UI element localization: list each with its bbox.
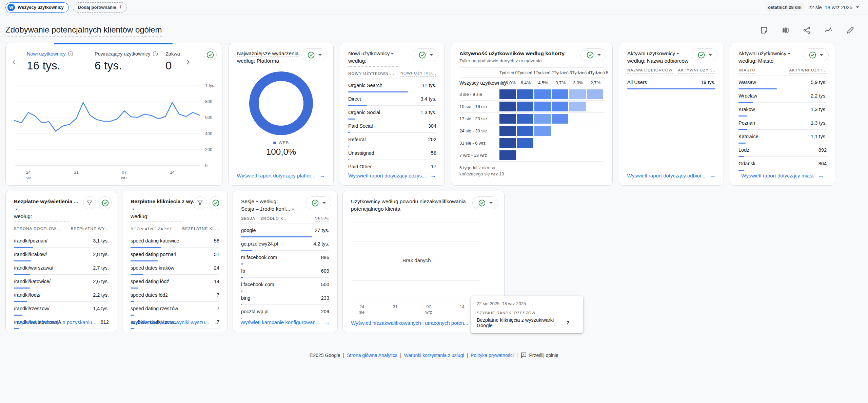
filter-button[interactable] [83,196,96,209]
cohort-row[interactable]: 31 sie - 6 wrz [459,137,604,149]
terms-link[interactable]: Warunki korzystania z usługi [404,353,464,358]
check-circle-button[interactable] [209,196,222,209]
table-row[interactable]: fb609 [241,268,329,278]
cohort-row[interactable]: 3 sie - 9 sie [459,88,604,101]
chart-status-control[interactable] [413,48,438,61]
view-audiences-report-link[interactable]: Wyświetl raport dotyczący odbior...→ [627,172,715,179]
chart-status-control[interactable] [580,48,606,61]
cohort-row[interactable]: 7 wrz - 13 wrz [459,149,604,162]
cohort-cell[interactable] [534,102,551,111]
comparison-icon[interactable] [781,26,790,36]
privacy-link[interactable]: Polityka prywatności [471,353,514,358]
table-row[interactable]: Katowice1,1 tys. [738,134,827,144]
metric-new-users[interactable]: Nowi użytkownicy ? 16 tys. [18,51,86,72]
table-row[interactable]: /randki/krakow/2,8 tys. [14,252,109,261]
check-circle-button[interactable] [99,196,112,209]
view-cities-report-link[interactable]: Wyświetl raport dotyczący miast→ [738,172,827,179]
cohort-cell[interactable] [499,89,516,99]
table-row[interactable]: Gdansk864 [738,161,827,171]
cohort-cell[interactable] [517,114,534,124]
platform-donut-chart[interactable] [249,71,313,135]
table-row[interactable]: Lodz892 [738,147,827,157]
cohort-cell[interactable] [517,102,534,111]
cohort-cell[interactable] [569,102,586,111]
view-campaigns-link[interactable]: Wyświetl kampanie konfigurowan...→ [241,319,329,326]
table-row[interactable]: Organic Social1,3 tys. [348,110,436,120]
view-organic-results-link[interactable]: Wyświetl bezpłatne wyniki wyszu...→ [131,319,219,326]
insights-icon[interactable] [824,26,833,36]
table-row[interactable]: /randki/lodz/2,2 tys. [14,292,109,302]
users-line-chart[interactable]: 1 tys.800600400200024sie3107wrz14 [6,77,222,184]
cohort-cell[interactable] [499,126,516,136]
check-circle-button[interactable] [204,48,217,61]
table-row[interactable]: Paid Social304 [348,123,436,133]
edit-icon[interactable] [846,26,854,36]
table-row[interactable]: speed dates łódź7 [131,292,219,302]
table-row[interactable]: Referral202 [348,137,436,147]
table-row[interactable]: Wroclaw2,2 tys. [738,93,827,103]
table-row[interactable]: /randki/poznan/3,1 tys. [14,238,109,248]
cohort-cell[interactable] [517,138,534,148]
table-row[interactable]: Warsaw5,9 tys. [738,80,827,89]
cohort-cell[interactable] [587,89,604,99]
chevron-right-icon[interactable] [184,59,192,67]
chart-status-control[interactable] [803,48,829,61]
date-range-picker[interactable]: 22 sie–18 wrz 2025 [808,4,859,10]
analytics-home-link[interactable]: Strona główna Analytics [347,353,397,358]
table-row[interactable]: bing233 [241,295,329,305]
cohort-cell[interactable] [517,126,534,136]
cohort-row[interactable]: 24 sie - 30 sie [459,125,604,137]
table-row[interactable]: All Users19 tys. [627,80,715,89]
cohort-cell[interactable] [499,138,516,148]
table-row[interactable]: speed dates kraków24 [131,265,219,275]
send-feedback-button[interactable]: Prześlij opinię [520,352,558,358]
table-row[interactable]: poczta.wp.pl209 [241,309,329,319]
table-row[interactable]: Organic Search11 tys. [348,83,436,92]
all-users-segment-chip[interactable]: W Wszyscy użytkownicy [5,2,69,13]
table-row[interactable]: speed dating katowice58 [131,238,219,248]
cohort-cell[interactable] [499,114,516,124]
cohort-cell[interactable] [517,89,534,99]
chart-status-control[interactable] [692,48,717,61]
chart-status-control[interactable] [305,196,331,209]
table-row[interactable]: l.facebook.com500 [241,282,329,292]
cohort-heatmap[interactable]: Tydzień 0Tydzień 1Tydzień 2Tydzień 3Tydz… [459,70,604,162]
table-row[interactable]: Direct3,4 tys. [348,96,436,106]
share-icon[interactable] [803,26,811,36]
cohort-cell[interactable] [552,114,569,124]
cohort-cell[interactable] [534,126,551,136]
cohort-cell[interactable] [552,89,569,99]
metric-qualified[interactable]: Zakwa 0 [165,51,183,72]
table-row[interactable]: google27 tys. [241,228,329,237]
table-row[interactable]: /randki/rzeszow/1,4 tys. [14,306,109,316]
cohort-cell[interactable] [534,89,551,99]
table-row[interactable]: speed dating łódź14 [131,279,219,289]
table-row[interactable]: speed dating rzeszów7 [131,306,219,316]
table-row[interactable]: /randki/katowice/2,6 tys. [14,279,109,289]
view-acquisition-info-link[interactable]: Wyświetl informacje o pozyskaniu...→ [14,319,109,326]
chevron-left-icon[interactable] [11,59,18,67]
cohort-cell[interactable] [499,150,516,160]
notes-icon[interactable] [760,26,768,36]
table-row[interactable]: Krakow1,3 tys. [738,107,827,116]
cohort-cell[interactable] [552,102,569,111]
metric-returning-users[interactable]: Powracający użytkownicy ? 6 tys. [86,51,165,72]
filter-button[interactable] [194,196,206,209]
cohort-cell[interactable] [499,102,516,111]
table-row[interactable]: go.przelewy24.pl4,2 tys. [241,241,329,251]
cohort-row[interactable]: 17 sie - 23 sie [459,113,604,125]
view-acquisition-report-link[interactable]: Wyświetl raport dotyczący pozys...→ [348,172,436,179]
view-platform-report-link[interactable]: Wyświetl raport dotyczący platfor...→ [237,172,325,179]
table-row[interactable]: speed dating poznań51 [131,252,219,261]
cohort-row[interactable]: 10 sie - 16 sie [459,101,604,113]
add-comparison-button[interactable]: Dodaj porównanie + [73,2,127,13]
table-row[interactable]: /randki/warszawa/2,7 tys. [14,265,109,275]
table-row[interactable]: Poznan1,3 tys. [738,120,827,130]
row-bar [14,287,109,289]
chart-status-control[interactable] [301,48,327,61]
cohort-cell[interactable] [534,114,551,124]
cohort-cell[interactable] [569,89,586,99]
table-row[interactable]: Unassigned58 [348,150,436,160]
table-row[interactable]: m.facebook.com886 [241,255,329,264]
chart-status-control[interactable] [472,196,498,209]
